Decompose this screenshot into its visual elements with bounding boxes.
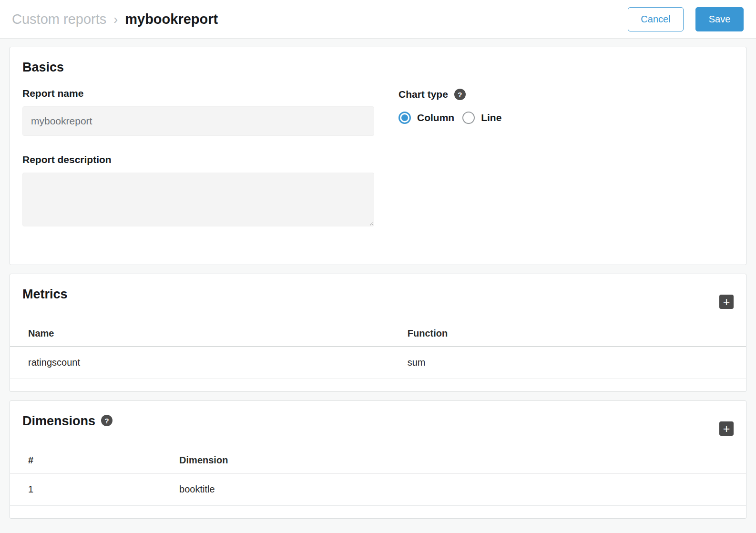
topbar-actions: Cancel Save bbox=[628, 7, 744, 31]
basics-grid: Report name Report description Chart typ… bbox=[22, 88, 734, 226]
dimension-number-cell: 1 bbox=[10, 473, 179, 506]
dimensions-help-icon[interactable]: ? bbox=[101, 415, 112, 426]
report-description-label: Report description bbox=[22, 154, 374, 165]
chart-type-options: Column Line bbox=[398, 112, 501, 124]
chart-type-option-line[interactable]: Line bbox=[462, 112, 501, 124]
dimensions-title: Dimensions bbox=[22, 414, 95, 429]
chart-type-header: Chart type ? bbox=[398, 89, 501, 100]
report-name-input[interactable] bbox=[22, 106, 374, 136]
breadcrumb: Custom reports › mybookreport bbox=[12, 11, 218, 27]
chart-type-section: Chart type ? Column Line bbox=[398, 88, 501, 226]
dimensions-column-number: # bbox=[10, 447, 179, 473]
cancel-button[interactable]: Cancel bbox=[628, 7, 684, 31]
page-content: Basics Report name Report description Ch… bbox=[0, 39, 756, 529]
metrics-column-function: Function bbox=[408, 320, 746, 347]
basics-title: Basics bbox=[22, 60, 734, 75]
metrics-column-name: Name bbox=[10, 320, 408, 347]
dimension-name-cell: booktitle bbox=[179, 473, 746, 506]
chart-type-label: Chart type bbox=[398, 89, 448, 100]
metrics-card-header: Metrics + bbox=[10, 287, 746, 309]
dimensions-table: # Dimension 1 booktitle bbox=[10, 447, 746, 506]
report-name-label: Report name bbox=[22, 88, 374, 99]
metrics-table-row[interactable]: ratingscount sum bbox=[10, 347, 746, 379]
breadcrumb-custom-reports-link[interactable]: Custom reports bbox=[12, 11, 106, 27]
report-name-field-group: Report name bbox=[22, 88, 374, 136]
chart-type-option-column[interactable]: Column bbox=[398, 112, 454, 124]
dimensions-card: Dimensions ? + # Dimension 1 booktitle bbox=[10, 400, 746, 519]
radio-line-unselected-icon[interactable] bbox=[462, 112, 475, 124]
dimensions-table-row[interactable]: 1 booktitle bbox=[10, 473, 746, 506]
save-button[interactable]: Save bbox=[695, 7, 744, 31]
page-title: mybookreport bbox=[125, 11, 218, 27]
metric-name-cell: ratingscount bbox=[10, 347, 408, 379]
dimensions-title-group: Dimensions ? bbox=[22, 414, 112, 429]
chevron-right-icon: › bbox=[113, 11, 118, 27]
radio-column-label: Column bbox=[417, 112, 454, 123]
chart-type-help-icon[interactable]: ? bbox=[454, 89, 466, 100]
metrics-card: Metrics + Name Function ratingscount sum bbox=[10, 274, 746, 392]
report-description-textarea[interactable] bbox=[22, 173, 374, 226]
metrics-title: Metrics bbox=[22, 287, 68, 302]
dimensions-header-row: # Dimension bbox=[10, 447, 746, 473]
metrics-table: Name Function ratingscount sum bbox=[10, 320, 746, 379]
metric-function-cell: sum bbox=[408, 347, 746, 379]
radio-line-label: Line bbox=[481, 112, 501, 123]
basics-left-column: Report name Report description bbox=[22, 88, 374, 226]
add-metric-button[interactable]: + bbox=[719, 295, 734, 309]
metrics-header-row: Name Function bbox=[10, 320, 746, 347]
basics-card: Basics Report name Report description Ch… bbox=[10, 47, 746, 265]
dimensions-column-dimension: Dimension bbox=[179, 447, 746, 473]
report-description-field-group: Report description bbox=[22, 154, 374, 226]
radio-column-selected-icon[interactable] bbox=[398, 112, 411, 124]
add-dimension-button[interactable]: + bbox=[719, 421, 734, 436]
dimensions-card-header: Dimensions ? + bbox=[10, 414, 746, 436]
top-bar: Custom reports › mybookreport Cancel Sav… bbox=[0, 0, 756, 39]
